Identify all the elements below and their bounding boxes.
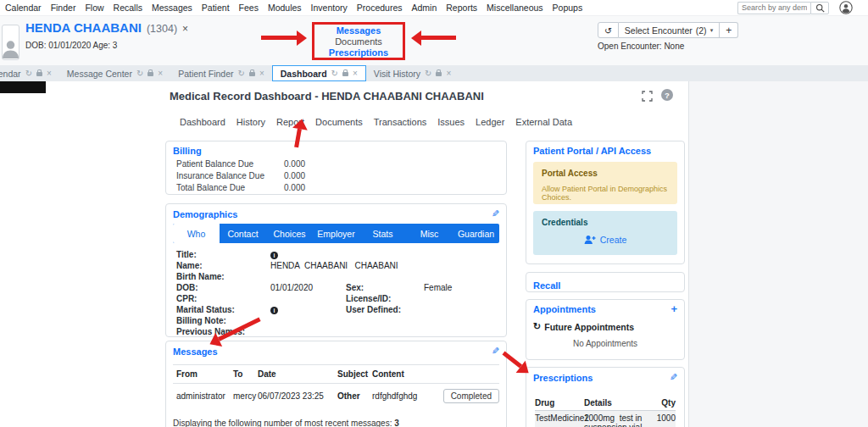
menu-fees[interactable]: Fees <box>239 3 259 13</box>
subnav-documents[interactable]: Documents <box>315 117 363 127</box>
patient-id: (1304) <box>147 23 177 35</box>
refresh-icon[interactable]: ↻ <box>25 69 32 78</box>
refresh-icon[interactable]: ↻ <box>238 69 245 78</box>
col-header-content: Content <box>372 369 499 379</box>
user-avatar-icon[interactable] <box>839 1 853 14</box>
message-from: administrator <box>176 391 233 401</box>
expand-button[interactable] <box>642 90 653 105</box>
search-input[interactable] <box>737 2 810 14</box>
close-icon[interactable]: × <box>446 69 451 78</box>
menu-admin[interactable]: Admin <box>412 3 437 13</box>
subnav-ledger[interactable]: Ledger <box>476 117 504 127</box>
menu-recalls[interactable]: Recalls <box>114 3 142 13</box>
billing-label: Total Balance Due <box>176 182 284 194</box>
documents-link[interactable]: Documents <box>314 36 403 47</box>
patient-close-icon[interactable]: × <box>182 23 188 35</box>
annotation-arrow-header-right <box>421 36 456 40</box>
subnav-transactions[interactable]: Transactions <box>374 117 427 127</box>
page-title: Medical Record Dashboard - HENDA CHAABAN… <box>170 90 484 103</box>
tab-visit-history[interactable]: Visit History ↻ × <box>366 65 459 81</box>
col-header-qty: Qty <box>648 398 676 408</box>
demo-tab-misc[interactable]: Misc <box>406 224 453 243</box>
menu-inventory[interactable]: Inventory <box>311 3 348 13</box>
demo-tab-contact[interactable]: Contact <box>220 224 266 243</box>
search-button[interactable] <box>810 2 829 14</box>
prescriptions-table: Drug Details Qty TestMedicine2 1000mg te… <box>535 396 676 427</box>
demographics-tabs: Who Contact Choices Employer Stats Misc … <box>173 224 499 243</box>
tab-message-center[interactable]: Message Center ↻ × <box>59 65 170 81</box>
billing-label: Insurance Balance Due <box>176 170 284 182</box>
prescriptions-link[interactable]: Prescriptions <box>314 47 403 58</box>
table-row[interactable]: administrator mercy 06/07/2023 23:25 Oth… <box>173 384 499 408</box>
add-encounter-button[interactable]: + <box>720 22 738 38</box>
menu-calendar[interactable]: Calendar <box>5 3 42 13</box>
create-credentials-button[interactable]: Create <box>542 235 669 245</box>
patient-avatar-icon <box>3 37 19 59</box>
menu-procedures[interactable]: Procedures <box>357 3 403 13</box>
demo-tab-employer[interactable]: Employer <box>313 224 359 243</box>
menu-reports[interactable]: Reports <box>446 3 477 13</box>
help-icon[interactable]: ? <box>661 89 673 101</box>
menu-flow[interactable]: Flow <box>85 3 103 13</box>
patient-avatar[interactable] <box>2 25 19 60</box>
field-label: License/ID: <box>346 293 424 304</box>
subnav-issues[interactable]: Issues <box>437 117 465 127</box>
demo-tab-choices[interactable]: Choices <box>266 224 313 243</box>
lock-icon <box>342 72 348 76</box>
field-value <box>270 326 346 337</box>
table-row[interactable]: TestMedicine2 1000mg test in suspension … <box>535 411 676 427</box>
field-label: Title: <box>176 249 270 260</box>
menu-popups[interactable]: Popups <box>553 3 583 13</box>
info-icon[interactable]: i <box>270 252 278 259</box>
refresh-icon[interactable]: ↻ <box>331 69 338 78</box>
col-header-to: To <box>233 369 258 379</box>
messages-link[interactable]: Messages <box>314 25 403 36</box>
select-encounter-button[interactable]: Select Encounter (2) ▾ <box>619 22 720 38</box>
field-label: DOB: <box>176 282 270 293</box>
menu-miscellaneous[interactable]: Miscellaneous <box>487 3 543 13</box>
refresh-icon[interactable]: ↻ <box>136 69 143 78</box>
patient-name[interactable]: HENDA CHAABANI <box>25 20 142 35</box>
menu-finder[interactable]: Finder <box>51 3 76 13</box>
subnav-dashboard[interactable]: Dashboard <box>180 117 225 127</box>
close-icon[interactable]: × <box>259 69 264 78</box>
lock-icon <box>147 72 153 76</box>
appointments-card: Appointments + ↻ Future Appointments No … <box>526 299 685 360</box>
close-icon[interactable]: × <box>353 69 358 78</box>
message-status-button[interactable]: Completed <box>443 389 499 403</box>
tab-calendar[interactable]: Calendar ↻ × <box>0 65 59 81</box>
demo-tab-guardian[interactable]: Guardian <box>453 224 499 243</box>
menu-modules[interactable]: Modules <box>268 3 302 13</box>
demo-tab-who[interactable]: Who <box>173 224 220 243</box>
menu-messages[interactable]: Messages <box>152 3 192 13</box>
demographics-title: Demographics <box>173 209 237 219</box>
edit-icon[interactable]: ✎ <box>492 208 499 219</box>
messages-table: From To Date Subject Content administrat… <box>173 364 499 408</box>
col-header-drug: Drug <box>535 398 584 408</box>
close-icon[interactable]: × <box>158 69 163 78</box>
add-appointment-button[interactable]: + <box>670 305 677 313</box>
portal-access-text: Allow Patient Portal in Demographics Cho… <box>542 185 669 202</box>
no-appointments-text: No Appointments <box>526 339 684 348</box>
subnav-external-data[interactable]: External Data <box>515 117 572 127</box>
rx-drug-name: TestMedicine2 <box>535 413 584 427</box>
black-strip <box>0 81 46 93</box>
menu-patient[interactable]: Patient <box>202 3 230 13</box>
subnav-history[interactable]: History <box>236 117 265 127</box>
edit-icon[interactable]: ✎ <box>492 346 499 357</box>
info-icon[interactable]: i <box>270 307 278 314</box>
edit-icon[interactable]: ✎ <box>670 372 677 383</box>
create-label: Create <box>600 235 627 245</box>
refresh-icon[interactable]: ↻ <box>425 69 431 78</box>
close-icon[interactable]: × <box>47 69 52 78</box>
encounter-history-button[interactable]: ↺ <box>598 22 619 38</box>
recall-title: Recall <box>533 280 560 291</box>
tab-patient-finder[interactable]: Patient Finder ↻ × <box>170 65 272 81</box>
demo-tab-stats[interactable]: Stats <box>359 224 406 243</box>
field-value: 01/01/2020 <box>270 282 346 293</box>
tab-dashboard[interactable]: Dashboard ↻ × <box>272 65 366 81</box>
refresh-icon[interactable]: ↻ <box>533 321 541 332</box>
content-right-gutter <box>688 81 868 427</box>
dashboard-subnav: Dashboard History Report Documents Trans… <box>180 117 572 127</box>
billing-value: 0.000 <box>284 170 305 182</box>
